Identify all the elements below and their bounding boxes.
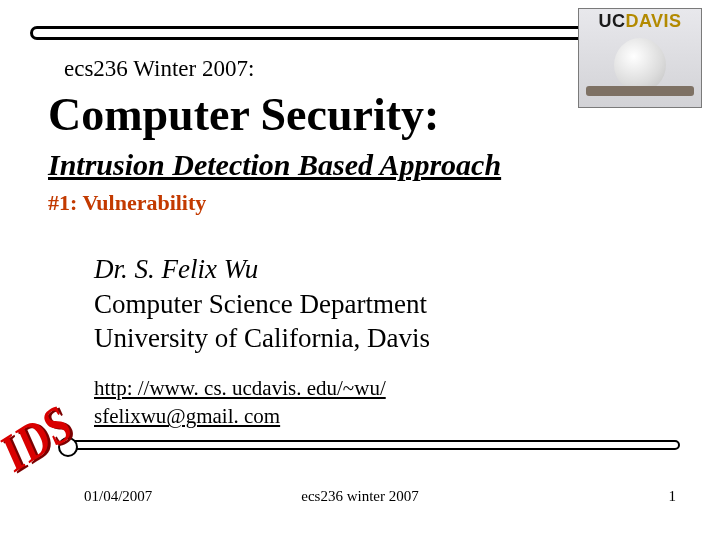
logo-davis: DAVIS xyxy=(625,11,681,31)
slide: UCDAVIS ecs236 Winter 2007: Computer Sec… xyxy=(0,0,720,540)
top-rule-decoration xyxy=(30,26,650,40)
logo-uc: UC xyxy=(598,11,625,31)
author-dept: Computer Science Department xyxy=(94,287,430,322)
section-label: #1: Vulnerability xyxy=(48,190,206,216)
page-title: Computer Security: xyxy=(48,88,439,141)
author-name: Dr. S. Felix Wu xyxy=(94,252,430,287)
ucdavis-logo: UCDAVIS xyxy=(578,8,702,108)
email: sfelixwu@gmail. com xyxy=(94,402,386,430)
footer: 01/04/2007 ecs236 winter 2007 1 xyxy=(0,488,720,505)
logo-text: UCDAVIS xyxy=(598,11,681,32)
links-block: http: //www. cs. ucdavis. edu/~wu/ sfeli… xyxy=(94,374,386,431)
footer-date: 01/04/2007 xyxy=(84,488,152,505)
ids-wordart: IDS xyxy=(0,393,83,483)
footer-page: 1 xyxy=(669,488,677,505)
author-univ: University of California, Davis xyxy=(94,321,430,356)
homepage-url: http: //www. cs. ucdavis. edu/~wu/ xyxy=(94,374,386,402)
author-block: Dr. S. Felix Wu Computer Science Departm… xyxy=(94,252,430,356)
subtitle: Intrusion Detection Based Approach xyxy=(48,148,501,182)
footer-center: ecs236 winter 2007 xyxy=(301,488,418,505)
course-line: ecs236 Winter 2007: xyxy=(64,56,254,82)
egg-icon xyxy=(614,38,666,92)
bottom-rule-decoration xyxy=(60,440,680,450)
